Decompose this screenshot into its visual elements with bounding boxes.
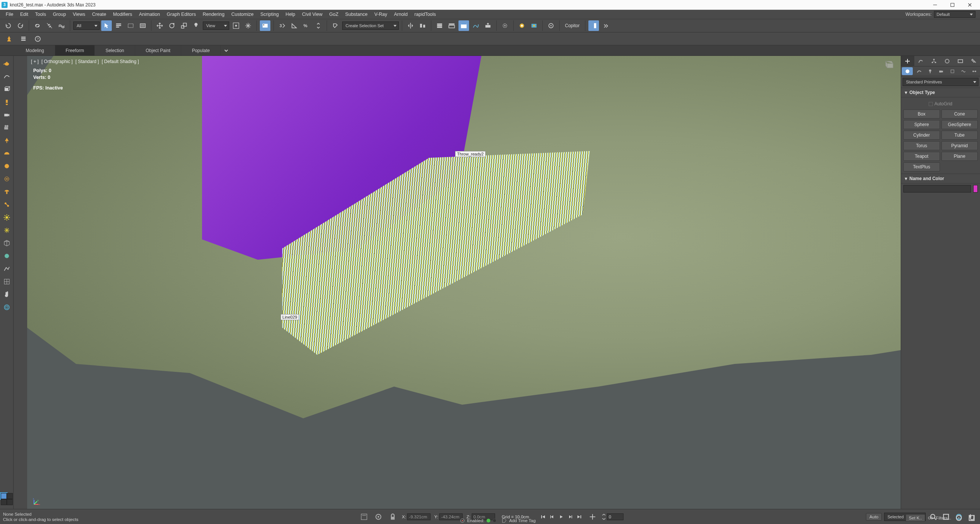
adaptive-degradation[interactable]: Enabled: (460, 518, 496, 523)
curve-editor-button[interactable] (458, 21, 469, 31)
material-editor-button[interactable] (483, 21, 493, 31)
burst-icon[interactable] (2, 225, 12, 236)
tab-create[interactable] (901, 56, 914, 66)
sphere-icon[interactable] (2, 161, 12, 171)
lock-selection-button[interactable] (387, 511, 398, 522)
prim-teapot[interactable]: Teapot (903, 152, 940, 161)
help-icon[interactable]: ? (32, 33, 43, 44)
subtab-helpers[interactable] (947, 67, 958, 76)
menu-civilview[interactable]: Civil View (299, 10, 326, 19)
list-icon[interactable] (18, 33, 29, 44)
prim-tube[interactable]: Tube (942, 131, 978, 140)
maximize-button[interactable] (944, 0, 961, 10)
menu-rapidtools[interactable]: rapidTools (411, 10, 439, 19)
subtab-shapes[interactable] (913, 67, 924, 76)
ref-coord-dropdown[interactable]: View (203, 22, 229, 30)
teapot-icon[interactable] (2, 58, 12, 69)
menu-views[interactable]: Views (70, 10, 89, 19)
menu-substance[interactable]: Substance (342, 10, 371, 19)
toggle-ribbon-button[interactable] (446, 21, 457, 31)
menu-animation[interactable]: Animation (135, 10, 164, 19)
menu-modifiers[interactable]: Modifiers (110, 10, 135, 19)
angle-snap-button[interactable] (289, 21, 299, 31)
select-object-button[interactable] (101, 21, 112, 31)
ribbon-chevron[interactable] (221, 45, 232, 56)
vp-shade[interactable]: [ Default Shading ] (102, 59, 139, 64)
subtab-lights[interactable] (925, 67, 936, 76)
add-time-tag[interactable]: Add Time Tag (501, 518, 536, 523)
tab-hierarchy[interactable] (928, 56, 941, 66)
vp-plus[interactable]: [ + ] (31, 59, 38, 64)
geosphere-icon[interactable] (2, 174, 12, 184)
placement-button[interactable] (191, 21, 201, 31)
prim-box[interactable]: Box (903, 110, 940, 119)
sphere-blue-icon[interactable] (2, 251, 12, 261)
subtab-cameras[interactable] (936, 67, 947, 76)
close-button[interactable] (961, 0, 978, 10)
ribbon-tab-objectpaint[interactable]: Object Paint (135, 45, 181, 56)
render-frame-button[interactable] (517, 21, 527, 31)
rollout-object-type[interactable]: ▾Object Type (901, 87, 980, 97)
helper-icon[interactable] (2, 135, 12, 146)
manipulate-button[interactable] (243, 21, 253, 31)
film-camera-icon[interactable] (2, 122, 12, 133)
object-name-input[interactable] (903, 185, 971, 192)
scene-explorer-toggle[interactable] (589, 21, 599, 31)
prim-geosphere[interactable]: GeoSphere (942, 120, 978, 129)
prim-pyramid[interactable]: Pyramid (942, 141, 978, 150)
percent-snap-button[interactable]: % (301, 21, 312, 31)
tab-utilities[interactable] (967, 56, 980, 66)
spline-icon[interactable] (2, 71, 12, 81)
scale-button[interactable] (179, 21, 189, 31)
layer-explorer-button[interactable] (434, 21, 445, 31)
rotate-button[interactable] (167, 21, 177, 31)
spinner-snap-button[interactable] (313, 21, 324, 31)
align-button[interactable] (417, 21, 428, 31)
box-icon[interactable] (2, 84, 12, 94)
render-setup-button[interactable] (500, 21, 510, 31)
globe-icon[interactable] (2, 302, 12, 313)
current-frame-input[interactable]: 0 (607, 513, 624, 520)
goto-start-button[interactable] (539, 513, 547, 521)
category-dropdown[interactable]: Standard Primitives (903, 78, 978, 86)
object-color-swatch[interactable] (973, 185, 978, 192)
menu-file[interactable]: File (2, 10, 17, 19)
ribbon-tab-freeform[interactable]: Freeform (55, 45, 95, 56)
tab-display[interactable] (954, 56, 967, 66)
render-production-button[interactable] (529, 21, 539, 31)
viewport-layout-swatches[interactable] (1, 493, 13, 505)
pivot-center-button[interactable] (231, 21, 241, 31)
prim-cylinder[interactable]: Cylinder (903, 131, 940, 140)
selection-filter-dropdown[interactable]: All (73, 22, 100, 30)
mirror-button[interactable] (405, 21, 416, 31)
goto-end-button[interactable] (575, 513, 584, 521)
menu-vray[interactable]: V-Ray (371, 10, 390, 19)
ribbon-tab-populate[interactable]: Populate (181, 45, 221, 56)
key-mode-button[interactable] (587, 511, 598, 522)
rollout-name-color[interactable]: ▾Name and Color (901, 174, 980, 183)
keyboard-shortcut-toggle[interactable] (260, 21, 270, 31)
link-button[interactable] (32, 21, 43, 31)
snap-3d-button[interactable]: 3 (277, 21, 287, 31)
x-coord-input[interactable]: -9.321cm (407, 513, 431, 520)
viewport[interactable]: [ + ] [ Orthographic ] [ Standard ] [ De… (27, 56, 901, 509)
enabled-dot-on[interactable] (487, 519, 490, 522)
menu-goz[interactable]: GoZ (326, 10, 342, 19)
window-crossing-button[interactable] (137, 21, 148, 31)
grid-icon[interactable] (2, 276, 12, 287)
menu-tools[interactable]: Tools (32, 10, 49, 19)
prev-frame-button[interactable] (548, 513, 556, 521)
menu-edit[interactable]: Edit (17, 10, 32, 19)
redo-button[interactable] (15, 21, 26, 31)
tab-motion[interactable] (940, 56, 954, 66)
prim-plane[interactable]: Plane (942, 152, 978, 161)
select-by-name-button[interactable] (113, 21, 124, 31)
key-filters-icon[interactable] (928, 515, 934, 521)
joint-icon[interactable] (2, 199, 12, 210)
light-icon[interactable] (2, 97, 12, 107)
bind-spacewarp-button[interactable] (56, 21, 67, 31)
prim-textplus[interactable]: TextPlus (903, 162, 940, 171)
prim-sphere[interactable]: Sphere (903, 120, 940, 129)
path-icon[interactable] (2, 264, 12, 274)
orbit-button[interactable] (954, 513, 964, 523)
